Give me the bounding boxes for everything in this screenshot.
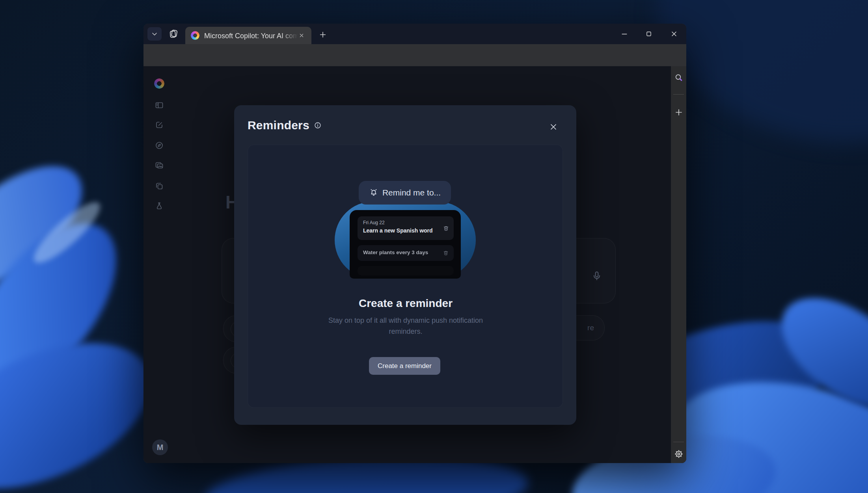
user-avatar[interactable]: M	[152, 439, 168, 455]
modal-close-button[interactable]	[546, 120, 561, 134]
reminder-card: Water plants every 3 days	[358, 245, 454, 261]
stacked-tabs-icon	[168, 29, 179, 39]
sidebar-settings-button[interactable]	[673, 448, 684, 460]
modal-card: Fri Aug 22 Learn a new Spanish word Wate…	[248, 145, 563, 408]
gear-icon	[674, 449, 684, 459]
sidebar-search-button[interactable]	[674, 73, 684, 83]
desktop: Microsoft Copilot: Your AI compan	[0, 0, 868, 493]
modal-header: Reminders	[248, 119, 322, 132]
plus-icon	[319, 30, 327, 39]
minimize-button[interactable]	[615, 25, 633, 43]
new-chat-icon[interactable]	[155, 120, 164, 130]
microphone-icon	[590, 268, 603, 284]
reminder-card-faded	[358, 266, 454, 275]
modal-title: Reminders	[248, 119, 309, 132]
reminder-text: Learn a new Spanish word	[363, 227, 433, 234]
sidebar-divider	[673, 442, 684, 442]
reminder-card: Fri Aug 22 Learn a new Spanish word	[358, 216, 454, 240]
tab-close-button[interactable]	[297, 31, 306, 40]
search-icon	[674, 73, 684, 82]
copilot-home-logo[interactable]	[154, 78, 164, 89]
browser-toolbar: https:// copilot.microsoft.com	[143, 44, 686, 66]
window-close-button[interactable]	[665, 25, 683, 43]
close-icon	[670, 30, 678, 38]
new-tab-button[interactable]	[317, 29, 329, 41]
tab-title: Microsoft Copilot: Your AI compan	[204, 32, 298, 40]
info-icon[interactable]	[313, 121, 322, 130]
sidebar-divider	[673, 94, 684, 95]
discover-compass-icon[interactable]	[155, 141, 164, 150]
reminder-date: Fri Aug 22	[363, 220, 385, 225]
browser-window: Microsoft Copilot: Your AI compan	[143, 24, 686, 463]
trash-icon	[442, 225, 449, 232]
illustration-phone: Fri Aug 22 Learn a new Spanish word Wate…	[350, 210, 461, 279]
tab-actions-button[interactable]	[166, 27, 181, 41]
maximize-icon	[645, 30, 653, 38]
close-icon	[549, 122, 558, 132]
create-reminder-button[interactable]: Create a reminder	[369, 357, 440, 375]
tab-bar: Microsoft Copilot: Your AI compan	[143, 24, 686, 44]
plus-icon	[674, 108, 684, 117]
remind-me-pill: Remind me to...	[359, 181, 451, 205]
media-gallery-icon[interactable]	[155, 161, 164, 170]
chip-text-fragment: re	[587, 316, 594, 340]
edge-sidebar	[671, 66, 686, 463]
dimmed-greeting-fragment: H	[225, 192, 235, 214]
copilot-page: M H re	[143, 66, 686, 463]
reminder-text: Water plants every 3 days	[363, 249, 428, 255]
avatar-initial: M	[157, 443, 164, 452]
trash-icon	[442, 249, 449, 257]
close-icon	[298, 32, 305, 39]
sidebar-toggle-icon[interactable]	[155, 100, 164, 110]
remind-me-label: Remind me to...	[382, 188, 441, 197]
maximize-button[interactable]	[640, 25, 658, 43]
browser-tab[interactable]: Microsoft Copilot: Your AI compan	[185, 27, 311, 44]
bell-icon	[369, 188, 378, 197]
labs-flask-icon[interactable]	[155, 201, 164, 210]
copilot-favicon	[191, 31, 199, 40]
reminders-modal: Reminders Fri Aug 22 Learn a new Spanish…	[234, 105, 576, 425]
sidebar-add-button[interactable]	[674, 107, 684, 117]
minimize-icon	[620, 30, 628, 38]
tab-search-button[interactable]	[147, 27, 162, 41]
chevron-down-icon	[151, 30, 158, 38]
modal-subtitle: Stay on top of it all with dynamic push …	[315, 315, 496, 337]
modal-heading: Create a reminder	[248, 297, 563, 310]
pages-icon[interactable]	[155, 181, 164, 191]
